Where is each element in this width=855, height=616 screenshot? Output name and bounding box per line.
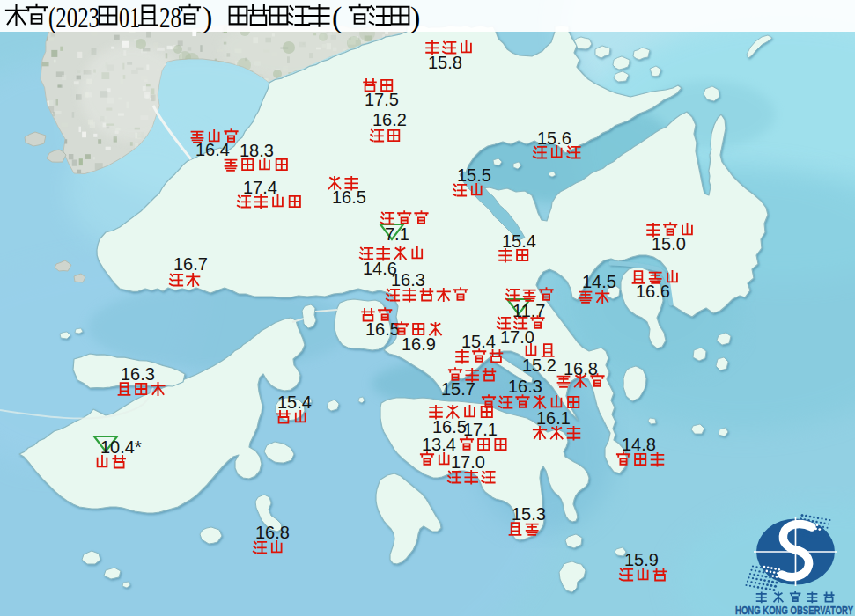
svg-text:15.0: 15.0 [652, 234, 686, 253]
svg-text:16.3: 16.3 [121, 364, 155, 384]
svg-text:16.3: 16.3 [508, 377, 542, 396]
svg-text:): ) [203, 1, 212, 34]
svg-text:14.8: 14.8 [622, 435, 656, 454]
svg-text:(: ( [332, 1, 342, 34]
svg-text:15.9: 15.9 [624, 550, 659, 569]
svg-text:15.2: 15.2 [522, 356, 556, 375]
svg-text:HONG KONG OBSERVATORY: HONG KONG OBSERVATORY [735, 604, 853, 616]
svg-text:): ) [410, 1, 420, 34]
svg-text:17.1: 17.1 [463, 420, 498, 439]
svg-text:17.5: 17.5 [365, 90, 399, 109]
svg-text:16.4: 16.4 [195, 140, 230, 159]
svg-text:16.5: 16.5 [365, 319, 400, 339]
svg-text:15.5: 15.5 [457, 165, 491, 185]
svg-text:16.6: 16.6 [636, 282, 670, 301]
svg-text:15.6: 15.6 [537, 128, 571, 148]
svg-text:18.3: 18.3 [240, 141, 274, 160]
svg-text:16.5: 16.5 [432, 417, 467, 436]
svg-text:16.2: 16.2 [372, 110, 407, 129]
svg-text:01: 01 [119, 1, 140, 33]
svg-text:16.7: 16.7 [173, 254, 208, 274]
svg-text:17.0: 17.0 [500, 327, 534, 347]
svg-text:16.8: 16.8 [255, 523, 290, 542]
svg-text:15.4: 15.4 [461, 332, 496, 351]
svg-text:15.3: 15.3 [512, 504, 546, 524]
svg-text:16.1: 16.1 [536, 408, 571, 428]
svg-text:28: 28 [159, 1, 181, 33]
svg-text:10.4*: 10.4* [100, 437, 142, 457]
svg-text:15.4: 15.4 [277, 392, 312, 412]
svg-text:17.0: 17.0 [451, 452, 485, 472]
svg-text:15.8: 15.8 [428, 53, 462, 72]
svg-text:7.1: 7.1 [385, 224, 409, 244]
svg-text:16.8: 16.8 [564, 359, 598, 378]
svg-text:(2023: (2023 [48, 1, 100, 34]
svg-text:16.9: 16.9 [402, 334, 436, 354]
svg-text:15.4: 15.4 [502, 231, 536, 251]
svg-text:14.5: 14.5 [582, 272, 616, 291]
svg-text:17.4: 17.4 [243, 178, 277, 197]
svg-text:16.5: 16.5 [332, 187, 366, 207]
svg-text:16.3: 16.3 [391, 270, 425, 290]
svg-text:15.7: 15.7 [441, 379, 475, 399]
svg-text:11.7: 11.7 [512, 301, 545, 320]
svg-text:13.4: 13.4 [422, 435, 456, 454]
